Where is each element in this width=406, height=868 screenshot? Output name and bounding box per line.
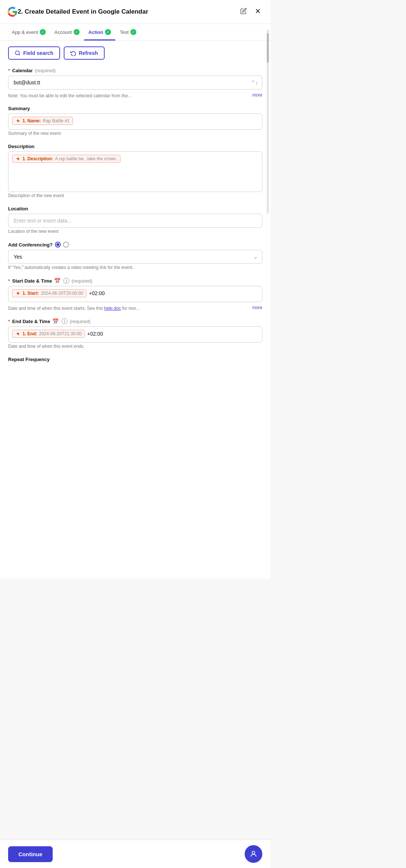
end-chip-icon: [15, 331, 21, 336]
summary-chip: 1. Name: Rap Battle #1: [12, 117, 73, 125]
repeat-frequency-field-group: Repeat Frequency: [8, 357, 262, 362]
tab-account-label: Account: [55, 29, 72, 35]
location-label: Location: [8, 206, 262, 211]
summary-chip-label: 1. Name:: [22, 118, 41, 123]
summary-hint: Summary of the new event: [8, 131, 61, 136]
end-chip-label: 1. End:: [22, 331, 37, 336]
summary-input[interactable]: 1. Name: Rap Battle #1: [8, 113, 262, 130]
end-datetime-label: * End Date & Time 📅 i (required): [8, 318, 262, 324]
end-chip: 1. End: 2024-06-20T21:30:00: [12, 330, 85, 338]
tab-action[interactable]: Action ✓: [84, 24, 115, 40]
refresh-label: Refresh: [79, 50, 98, 56]
header-actions: [239, 6, 263, 18]
tab-action-label: Action: [88, 29, 103, 35]
calendar-required-text: (required): [35, 68, 56, 73]
end-chip-row: 1. End: 2024-06-20T21:30:00 +02:00: [12, 330, 103, 338]
location-label-text: Location: [8, 206, 28, 211]
description-chip-value: A rap battle be...take the crown.: [55, 156, 117, 161]
start-calendar-icon: 📅: [54, 278, 60, 284]
field-search-label: Field search: [23, 50, 53, 56]
calendar-field-group: * Calendar (required) bot@dust.tt ⌃↓ Not…: [8, 68, 262, 98]
description-hint: Description of the new event: [8, 193, 64, 198]
conferencing-hint: If "Yes," automatically creates a video …: [8, 265, 133, 270]
refresh-button[interactable]: Refresh: [64, 46, 105, 60]
description-input[interactable]: 1. Description: A rap battle be...take t…: [8, 151, 262, 192]
end-required-text: (required): [70, 319, 90, 324]
end-chip-value: 2024-06-20T21:30:00: [39, 331, 81, 336]
scrollbar-track: [267, 29, 269, 214]
conferencing-radio-group: [55, 242, 69, 248]
tabs-bar: App & event ✓ Account ✓ Action ✓ Test ✓: [0, 24, 270, 41]
calendar-more-link[interactable]: more: [252, 92, 262, 98]
tab-action-check: ✓: [105, 29, 111, 35]
conferencing-label: Add Conferencing?: [8, 242, 262, 248]
conferencing-select-wrapper: Yes No ⌄: [8, 250, 262, 264]
end-datetime-field-group: * End Date & Time 📅 i (required) 1. End:…: [8, 318, 262, 349]
start-chip-row: 1. Start: 2024-06-20T20:00:00 +02:00: [12, 289, 105, 297]
start-required-text: (required): [71, 278, 92, 284]
start-chip-icon: [15, 291, 21, 296]
start-datetime-label: * Start Date & Time 📅 i (required): [8, 278, 262, 284]
description-label-text: Description: [8, 144, 35, 149]
location-hint: Location of the new event: [8, 229, 59, 234]
location-field-group: Location Location of the new event: [8, 206, 262, 234]
start-chip-value: 2024-06-20T20:00:00: [41, 291, 83, 296]
start-timezone: +02:00: [89, 290, 105, 296]
calendar-label: * Calendar (required): [8, 68, 262, 73]
tab-account[interactable]: Account ✓: [50, 24, 84, 40]
description-field-group: Description 1. Description: A rap battle…: [8, 144, 262, 199]
svg-point-2: [15, 51, 20, 55]
tab-app-event[interactable]: App & event ✓: [7, 24, 50, 40]
form-content: Field search Refresh * Calendar (require…: [0, 41, 270, 406]
end-required-star: *: [8, 319, 10, 324]
start-datetime-label-text: Start Date & Time: [12, 278, 52, 284]
calendar-label-text: Calendar: [12, 68, 33, 73]
calendar-select-wrapper: bot@dust.tt ⌃↓: [8, 76, 262, 90]
tab-app-event-label: App & event: [12, 29, 38, 35]
start-required-star: *: [8, 278, 10, 284]
calendar-hint-row: Note: You must be able to edit the selec…: [8, 91, 262, 98]
description-chip: 1. Description: A rap battle be...take t…: [12, 155, 120, 163]
summary-field-group: Summary 1. Name: Rap Battle #1 Summary o…: [8, 106, 262, 136]
start-hint: Date and time of when this event starts.…: [8, 306, 140, 311]
tab-app-event-check: ✓: [40, 29, 46, 35]
end-info-icon[interactable]: i: [62, 318, 67, 324]
conferencing-radio-no[interactable]: [63, 242, 69, 248]
toolbar: Field search Refresh: [8, 46, 262, 60]
conferencing-field-group: Add Conferencing? Yes No ⌄ If "Yes," aut…: [8, 242, 262, 270]
tab-test-label: Test: [120, 29, 129, 35]
edit-button[interactable]: [239, 6, 248, 18]
summary-chip-icon: [15, 118, 21, 123]
calendar-select[interactable]: bot@dust.tt: [8, 76, 262, 90]
start-help-link[interactable]: help doc: [104, 306, 121, 311]
conferencing-radio-yes[interactable]: [55, 242, 61, 248]
conferencing-select[interactable]: Yes No: [8, 250, 262, 264]
end-calendar-icon: 📅: [52, 318, 59, 324]
modal-header: 2. Create Detailed Event in Google Calen…: [0, 0, 270, 24]
tab-test[interactable]: Test ✓: [115, 24, 141, 40]
repeat-frequency-label: Repeat Frequency: [8, 357, 262, 362]
field-search-button[interactable]: Field search: [8, 46, 60, 60]
start-info-icon[interactable]: i: [63, 278, 69, 284]
description-label: Description: [8, 144, 262, 149]
end-datetime-label-text: End Date & Time: [12, 319, 50, 324]
google-icon: [7, 7, 18, 17]
start-chip-label: 1. Start:: [22, 291, 39, 296]
repeat-frequency-label-text: Repeat Frequency: [8, 357, 50, 362]
end-datetime-input[interactable]: 1. End: 2024-06-20T21:30:00 +02:00: [8, 326, 262, 343]
scrollbar-thumb: [267, 33, 269, 63]
start-more-link[interactable]: more: [252, 305, 262, 310]
description-chip-icon: [15, 156, 21, 161]
svg-line-3: [19, 54, 20, 55]
calendar-hint: Note: You must be able to edit the selec…: [8, 93, 132, 98]
start-chip: 1. Start: 2024-06-20T20:00:00: [12, 289, 87, 297]
description-chip-label: 1. Description:: [22, 156, 53, 161]
start-datetime-field-group: * Start Date & Time 📅 i (required) 1. St…: [8, 278, 262, 311]
end-timezone: +02:00: [87, 331, 103, 337]
summary-label: Summary: [8, 106, 262, 111]
calendar-required-star: *: [8, 68, 10, 73]
tab-account-check: ✓: [74, 29, 80, 35]
close-button[interactable]: [253, 6, 263, 18]
start-datetime-input[interactable]: 1. Start: 2024-06-20T20:00:00 +02:00: [8, 286, 262, 302]
location-input[interactable]: [8, 214, 262, 228]
